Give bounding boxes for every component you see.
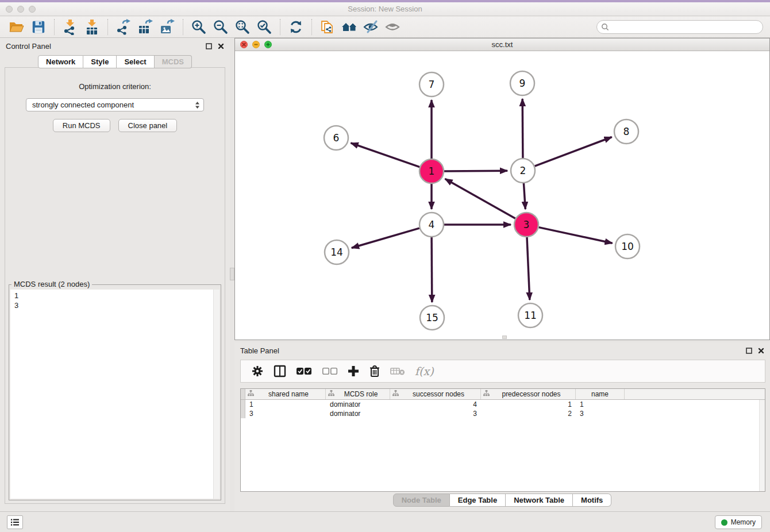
- table-tab-network-table[interactable]: Network Table: [506, 494, 573, 507]
- zoom-out-icon[interactable]: [210, 18, 232, 36]
- table-panel-header: Table Panel: [234, 342, 770, 358]
- table-scrollbar[interactable]: [759, 400, 765, 491]
- node-3[interactable]: 3: [514, 213, 538, 237]
- node-7[interactable]: 7: [419, 72, 444, 97]
- node-8[interactable]: 8: [614, 119, 638, 144]
- node-4[interactable]: 4: [419, 213, 444, 237]
- cell-predecessor-nodes[interactable]: 1: [481, 400, 576, 409]
- edge-1-2: [444, 171, 507, 171]
- svg-text:10: 10: [621, 241, 634, 252]
- cell-shared-name[interactable]: 3: [245, 409, 326, 418]
- divider-grab-handle[interactable]: [230, 268, 234, 280]
- column-header-successor-nodes[interactable]: successor nodes: [390, 389, 481, 399]
- cell-predecessor-nodes[interactable]: 2: [481, 409, 576, 418]
- delete-column-icon[interactable]: [369, 365, 380, 377]
- search-input[interactable]: [596, 20, 763, 34]
- cell-MCDS-role[interactable]: dominator: [326, 409, 390, 418]
- cell-successor-nodes[interactable]: 3: [390, 409, 481, 418]
- minimize-network-icon[interactable]: [252, 41, 260, 48]
- select-all-icon[interactable]: [296, 367, 312, 375]
- toolbar-separator: [107, 19, 108, 35]
- task-history-button[interactable]: [7, 515, 23, 529]
- table-row[interactable]: 1dominator411: [241, 400, 765, 409]
- column-header-shared-name[interactable]: shared name: [245, 389, 326, 399]
- result-scrollbar[interactable]: [213, 290, 220, 499]
- node-15[interactable]: 15: [420, 306, 444, 330]
- svg-text:1: 1: [429, 165, 435, 177]
- tab-mcds[interactable]: MCDS: [155, 55, 192, 68]
- save-session-icon[interactable]: [28, 18, 49, 36]
- column-panel-icon[interactable]: [274, 365, 286, 377]
- run-mcds-button[interactable]: Run MCDS: [53, 119, 110, 132]
- function-builder-icon[interactable]: f(x): [415, 365, 434, 377]
- cell-name[interactable]: 1: [576, 400, 625, 409]
- column-header-predecessor-nodes[interactable]: predecessor nodes: [481, 389, 576, 399]
- cell-shared-name[interactable]: 1: [245, 400, 326, 409]
- edge-2-9: [522, 99, 523, 158]
- close-panel-button[interactable]: Close panel: [118, 119, 178, 132]
- network-canvas[interactable]: 7968124314101511: [235, 51, 769, 340]
- open-file-icon[interactable]: [6, 18, 28, 36]
- import-network-icon[interactable]: [59, 18, 81, 36]
- table-row[interactable]: 3dominator323: [241, 409, 765, 418]
- cell-MCDS-role[interactable]: dominator: [326, 400, 390, 409]
- table-tab-motifs[interactable]: Motifs: [573, 494, 611, 507]
- tab-network[interactable]: Network: [38, 55, 83, 68]
- network-graph-svg[interactable]: 7968124314101511: [235, 51, 769, 340]
- first-neighbors-icon[interactable]: [338, 18, 360, 36]
- edge-2-8: [535, 137, 612, 167]
- mcds-result-area[interactable]: 1 3: [10, 290, 220, 499]
- zoom-fit-icon[interactable]: [232, 18, 253, 36]
- hide-selected-icon[interactable]: [360, 18, 382, 36]
- network-window-title: scc.txt: [235, 40, 769, 49]
- node-10[interactable]: 10: [615, 234, 640, 259]
- node-2[interactable]: 2: [511, 159, 535, 183]
- export-network-icon[interactable]: [113, 18, 134, 36]
- export-image-icon[interactable]: [156, 18, 178, 36]
- apply-layout-icon[interactable]: [285, 18, 307, 36]
- criterion-select-value: strongly connected component: [32, 101, 134, 109]
- column-header-MCDS-role[interactable]: MCDS role: [326, 389, 390, 399]
- node-9[interactable]: 9: [510, 71, 534, 95]
- export-table-icon[interactable]: [134, 18, 156, 36]
- column-header-name[interactable]: name: [576, 389, 625, 399]
- tab-select[interactable]: Select: [117, 55, 154, 68]
- node-6[interactable]: 6: [324, 126, 348, 150]
- task-list-icon: [10, 518, 20, 526]
- node-1[interactable]: 1: [419, 159, 444, 183]
- table-settings-icon[interactable]: [251, 365, 264, 377]
- float-panel-icon[interactable]: [206, 43, 212, 49]
- close-network-icon[interactable]: [240, 41, 248, 48]
- network-scroll-handle[interactable]: [502, 336, 507, 339]
- clone-network-icon[interactable]: [317, 18, 338, 36]
- import-table-icon[interactable]: [81, 18, 103, 36]
- chevron-up-down-icon: [195, 101, 200, 109]
- edge-1-6: [351, 143, 420, 167]
- criterion-select[interactable]: strongly connected component: [26, 98, 204, 111]
- zoom-selected-icon[interactable]: [253, 18, 275, 36]
- memory-button[interactable]: Memory: [715, 515, 762, 529]
- deselect-all-icon[interactable]: [322, 367, 338, 375]
- node-table[interactable]: shared nameMCDS rolesuccessor nodesprede…: [240, 388, 765, 492]
- close-panel-icon[interactable]: [218, 43, 224, 49]
- delete-table-icon[interactable]: [390, 367, 405, 376]
- panel-divider[interactable]: [230, 38, 234, 511]
- add-column-icon[interactable]: [348, 365, 359, 377]
- cell-successor-nodes[interactable]: 4: [390, 400, 481, 409]
- tab-style[interactable]: Style: [83, 55, 117, 68]
- cell-name[interactable]: 3: [576, 409, 625, 418]
- svg-text:9: 9: [519, 78, 526, 89]
- svg-text:6: 6: [333, 132, 340, 144]
- float-table-panel-icon[interactable]: [746, 348, 752, 354]
- svg-text:7: 7: [429, 79, 435, 90]
- table-tab-node-table[interactable]: Node Table: [393, 494, 450, 507]
- node-11[interactable]: 11: [518, 303, 542, 327]
- row-header-gutter: [241, 409, 245, 418]
- close-table-panel-icon[interactable]: [758, 348, 764, 354]
- node-14[interactable]: 14: [325, 240, 349, 264]
- show-all-icon[interactable]: [382, 18, 404, 36]
- network-window-titlebar[interactable]: scc.txt: [235, 38, 769, 51]
- table-tab-edge-table[interactable]: Edge Table: [450, 494, 506, 507]
- maximize-network-icon[interactable]: [264, 41, 272, 48]
- zoom-in-icon[interactable]: [188, 18, 210, 36]
